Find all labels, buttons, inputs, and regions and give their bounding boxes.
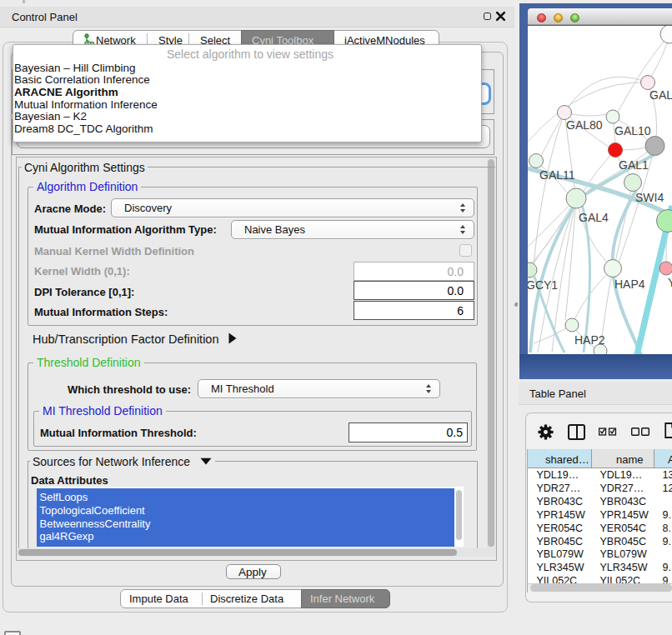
svg-text:GAL: GAL [649, 88, 672, 102]
svg-text:GCY1: GCY1 [528, 278, 558, 292]
svg-text:SWI4: SWI4 [635, 191, 664, 204]
svg-text:GAL80: GAL80 [566, 118, 603, 132]
svg-text:GAL1: GAL1 [619, 158, 649, 172]
svg-text:GAL11: GAL11 [539, 168, 575, 182]
svg-text:HAP2: HAP2 [574, 333, 605, 347]
svg-text:GAL10: GAL10 [614, 124, 651, 138]
svg-text:Y: Y [668, 276, 672, 289]
svg-text:GAL4: GAL4 [579, 211, 609, 224]
svg-text:HAP4: HAP4 [614, 278, 645, 291]
